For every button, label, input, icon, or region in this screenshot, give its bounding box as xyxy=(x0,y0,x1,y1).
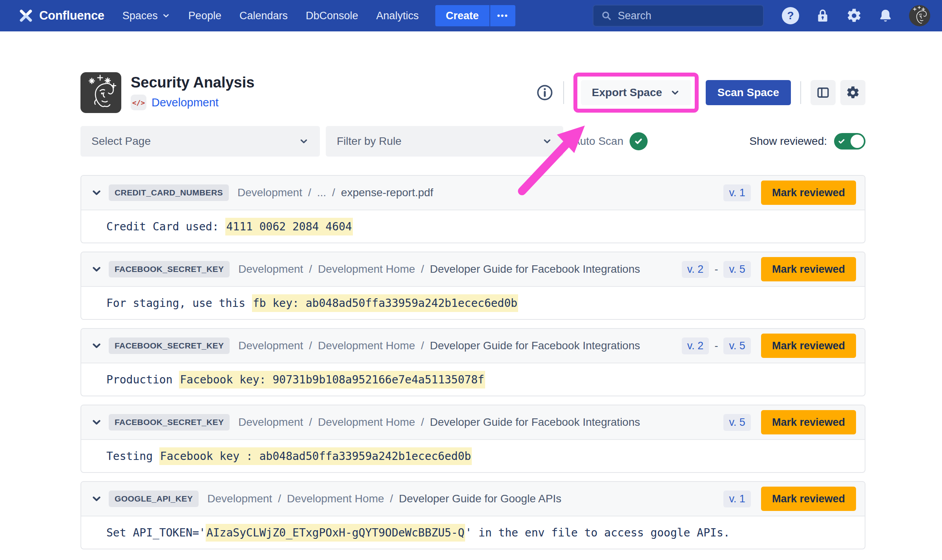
create-more-button[interactable]: ••• xyxy=(489,5,515,26)
version-badge[interactable]: v. 5 xyxy=(723,414,751,431)
filter-bar: Select Page Filter by Rule Auto Scan Sho… xyxy=(80,126,865,157)
version-badge[interactable]: v. 1 xyxy=(723,491,751,507)
finding-header[interactable]: FACEBOOK_SECRET_KEY Development/Developm… xyxy=(81,405,865,439)
gear-icon xyxy=(846,86,860,100)
version-badge[interactable]: v. 2 xyxy=(682,261,709,278)
breadcrumb: Development/Development Home/Developer G… xyxy=(238,263,640,275)
finding-header[interactable]: FACEBOOK_SECRET_KEY Development/Developm… xyxy=(81,252,865,286)
finding-header[interactable]: FACEBOOK_SECRET_KEY Development/Developm… xyxy=(81,329,865,363)
collapse-chevron-icon[interactable] xyxy=(91,263,102,275)
user-avatar[interactable] xyxy=(909,5,930,26)
version-badge[interactable]: v. 5 xyxy=(723,261,751,278)
breadcrumb: Development/.../expense-report.pdf xyxy=(237,186,433,199)
collapse-chevron-icon[interactable] xyxy=(91,493,102,505)
select-page-dropdown[interactable]: Select Page xyxy=(80,126,320,157)
version-badge[interactable]: v. 1 xyxy=(723,184,751,201)
chevron-down-icon xyxy=(542,136,552,146)
search-box[interactable] xyxy=(593,5,764,27)
chevron-down-icon xyxy=(299,136,309,146)
filter-by-rule-label: Filter by Rule xyxy=(337,135,402,148)
mark-reviewed-button[interactable]: Mark reviewed xyxy=(761,410,856,434)
breadcrumb-separator: / xyxy=(421,416,424,429)
breadcrumb-item[interactable]: Development Home xyxy=(318,416,415,429)
breadcrumb-item[interactable]: Development xyxy=(238,339,303,352)
finding-snippet: Testing Facebook key : ab048ad50ffa33959… xyxy=(106,450,472,463)
breadcrumb-item[interactable]: Developer Guide for Google APIs xyxy=(399,493,561,505)
mark-reviewed-button[interactable]: Mark reviewed xyxy=(761,487,856,511)
breadcrumb-separator: / xyxy=(332,186,335,199)
search-icon xyxy=(601,10,612,22)
notifications-bell-icon[interactable] xyxy=(878,8,893,24)
snippet-text: Credit Card used: xyxy=(106,220,225,233)
breadcrumb-separator: / xyxy=(390,493,393,505)
version-badge[interactable]: v. 2 xyxy=(682,337,709,354)
nav-item-dbconsole[interactable]: DbConsole xyxy=(306,10,358,22)
finding-header[interactable]: GOOGLE_API_KEY Development/Development H… xyxy=(81,482,865,516)
lock-icon[interactable] xyxy=(815,8,831,24)
mark-reviewed-button[interactable]: Mark reviewed xyxy=(761,334,856,358)
breadcrumb-item[interactable]: Development Home xyxy=(318,339,415,352)
version-badges: v. 2-v. 5 xyxy=(682,261,751,278)
show-reviewed-toggle[interactable] xyxy=(834,133,865,150)
sensitive-match: fb key: ab048ad50ffa33959a242b1ecec6ed0b xyxy=(252,294,518,312)
space-link[interactable]: </> Development xyxy=(131,95,254,110)
breadcrumb-item[interactable]: Development xyxy=(237,186,302,199)
nav-item-spaces[interactable]: Spaces xyxy=(122,10,170,22)
breadcrumb-item[interactable]: Development Home xyxy=(287,493,384,505)
page-header: Security Analysis </> Development Export… xyxy=(80,72,865,113)
breadcrumb-separator: / xyxy=(421,339,424,352)
breadcrumb-item[interactable]: Developer Guide for Facebook Integration… xyxy=(430,263,640,275)
create-button[interactable]: Create xyxy=(435,5,489,26)
filter-by-rule-dropdown[interactable]: Filter by Rule xyxy=(326,126,563,157)
nav-item-calendars[interactable]: Calendars xyxy=(239,10,288,22)
version-badge[interactable]: v. 5 xyxy=(723,337,751,354)
breadcrumb-item[interactable]: Development xyxy=(238,263,303,275)
finding-snippet: Set API_TOKEN='AIzaSyCLWjZ0_ETxgPOxH-gQY… xyxy=(106,526,730,539)
breadcrumb-item[interactable]: Development xyxy=(238,416,303,429)
rule-badge: FACEBOOK_SECRET_KEY xyxy=(109,261,230,277)
breadcrumb: Development/Development Home/Developer G… xyxy=(207,493,561,505)
top-navigation: Confluence Spaces People Calendars DbCon… xyxy=(0,0,942,31)
scan-space-button[interactable]: Scan Space xyxy=(706,80,791,105)
sensitive-match: AIzaSyCLWjZ0_ETxgPOxH-gQYT9ODeWcBBZU5-Q xyxy=(206,524,465,542)
findings-list: CREDIT_CARD_NUMBERS Development/.../expe… xyxy=(80,175,865,549)
snippet-text: Production xyxy=(106,373,179,386)
version-badges: v. 1 xyxy=(723,491,751,507)
nav-item-analytics[interactable]: Analytics xyxy=(376,10,419,22)
collapse-chevron-icon[interactable] xyxy=(91,340,102,352)
chevron-down-icon xyxy=(670,88,680,98)
mark-reviewed-button[interactable]: Mark reviewed xyxy=(761,257,856,281)
confluence-logo[interactable]: Confluence xyxy=(18,8,104,24)
brand-name: Confluence xyxy=(39,9,104,23)
auto-scan-enabled-check-icon[interactable] xyxy=(630,132,648,150)
nav-item-people[interactable]: People xyxy=(188,10,221,22)
finding-body: For staging, use this fb key: ab048ad50f… xyxy=(81,286,865,319)
collapse-chevron-icon[interactable] xyxy=(91,187,102,199)
info-icon[interactable] xyxy=(536,84,554,102)
collapse-chevron-icon[interactable] xyxy=(91,416,102,428)
breadcrumb-item[interactable]: Developer Guide for Facebook Integration… xyxy=(430,416,640,429)
export-space-button[interactable]: Export Space xyxy=(581,80,691,105)
help-icon[interactable]: ? xyxy=(782,7,799,24)
show-reviewed-label: Show reviewed: xyxy=(749,135,827,148)
breadcrumb-item[interactable]: Developer Guide for Facebook Integration… xyxy=(430,339,640,352)
mark-reviewed-button[interactable]: Mark reviewed xyxy=(761,181,856,205)
space-name: Development xyxy=(152,96,219,109)
breadcrumb-item[interactable]: ... xyxy=(317,186,326,199)
snippet-text: Set API_TOKEN=' xyxy=(106,526,206,539)
breadcrumb-item[interactable]: Development xyxy=(207,493,272,505)
space-settings-button[interactable] xyxy=(840,80,865,105)
finding-header[interactable]: CREDIT_CARD_NUMBERS Development/.../expe… xyxy=(81,176,865,210)
breadcrumb-item[interactable]: Development Home xyxy=(318,263,415,275)
toggle-knob xyxy=(851,135,864,148)
finding-snippet: Production Facebook key: 90731b9b108a952… xyxy=(106,373,485,386)
page-layout-button[interactable] xyxy=(811,80,836,105)
nav-item-label: Spaces xyxy=(122,10,158,22)
auto-scan-label: Auto Scan xyxy=(573,135,623,148)
settings-gear-icon[interactable] xyxy=(846,8,862,24)
finding-card: GOOGLE_API_KEY Development/Development H… xyxy=(80,481,865,549)
search-input[interactable] xyxy=(618,10,756,22)
chevron-down-icon xyxy=(162,11,170,20)
finding-body: Production Facebook key: 90731b9b108a952… xyxy=(81,363,865,396)
breadcrumb-item[interactable]: expense-report.pdf xyxy=(341,186,433,199)
